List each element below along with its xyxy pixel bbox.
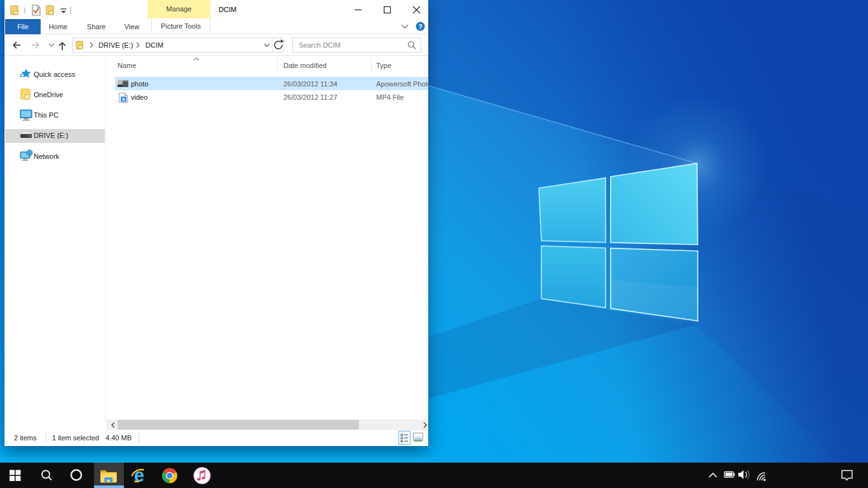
svg-text:?: ? [418, 23, 423, 30]
svg-text:e: e [134, 465, 144, 485]
